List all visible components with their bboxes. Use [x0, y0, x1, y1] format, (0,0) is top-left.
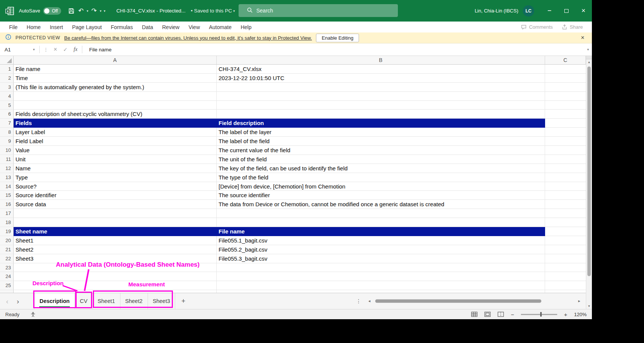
cell-B1[interactable]: CHI-374_CV.xlsx [217, 65, 545, 74]
cell-C4[interactable] [545, 92, 586, 101]
cell-C21[interactable] [545, 245, 586, 254]
cell-C17[interactable] [545, 209, 586, 218]
column-header-c[interactable]: C [545, 56, 586, 64]
save-icon[interactable] [68, 8, 74, 14]
cell-C16[interactable] [545, 200, 586, 209]
cell-A10[interactable]: Value [14, 146, 217, 155]
cell-C11[interactable] [545, 155, 586, 164]
row-header-11[interactable]: 11 [0, 155, 14, 164]
cell-A9[interactable]: Field Label [14, 137, 217, 146]
name-box[interactable]: A1 ▾ [0, 43, 38, 56]
sheet-tab-cv[interactable]: CV [75, 293, 92, 309]
cell-B9[interactable]: The label of the field [217, 137, 545, 146]
cell-C6[interactable] [545, 110, 586, 119]
row-header-20[interactable]: 20 [0, 236, 14, 245]
cell-C24[interactable] [545, 272, 586, 281]
cell-B18[interactable] [217, 218, 545, 227]
cell-C22[interactable] [545, 254, 586, 263]
horizontal-scrollbar[interactable]: ◄ ► [366, 293, 583, 309]
cell-A4[interactable] [14, 92, 217, 101]
protected-view-message[interactable]: Be careful—files from the Internet can c… [64, 35, 312, 41]
row-header-25[interactable]: 25 [0, 281, 14, 290]
zoom-out-button[interactable]: − [511, 311, 514, 318]
redo-chevron-icon[interactable]: ▾ [100, 9, 102, 13]
cell-B5[interactable] [217, 101, 545, 110]
cell-C15[interactable] [545, 191, 586, 200]
cell-C25[interactable] [545, 281, 586, 290]
cell-B17[interactable] [217, 209, 545, 218]
cell-A11[interactable]: Unit [14, 155, 217, 164]
cell-C10[interactable] [545, 146, 586, 155]
sheet-nav-left-icon[interactable]: ‹ [6, 298, 8, 305]
cell-B4[interactable] [217, 92, 545, 101]
horizontal-scroll-track[interactable] [373, 293, 576, 309]
cell-B7[interactable]: Field description [217, 119, 545, 128]
cell-A25[interactable] [14, 281, 217, 290]
excel-logo-icon[interactable]: X [5, 6, 15, 16]
cell-C14[interactable] [545, 182, 586, 191]
undo-icon[interactable]: ↶ [78, 8, 83, 14]
row-header-16[interactable]: 16 [0, 200, 14, 209]
cell-A13[interactable]: Type [14, 173, 217, 182]
horizontal-scroll-thumb[interactable] [375, 300, 541, 303]
cell-C26[interactable] [545, 290, 586, 293]
saved-chevron-icon[interactable]: ▾ [233, 9, 235, 13]
zoom-level[interactable]: 120% [574, 312, 587, 317]
row-header-26[interactable]: 26 [0, 290, 14, 293]
cell-A5[interactable] [14, 101, 217, 110]
select-all-button[interactable] [0, 56, 14, 64]
row-header-1[interactable]: 1 [0, 65, 14, 74]
formula-bar-expand-icon[interactable]: ▾ [587, 48, 589, 51]
menu-tab-insert[interactable]: Insert [45, 22, 68, 32]
cell-B23[interactable] [217, 263, 545, 272]
zoom-in-button[interactable]: + [564, 311, 567, 318]
cell-C19[interactable] [545, 227, 586, 236]
cell-A6[interactable]: Fields description of sheet:cyclic volta… [14, 110, 217, 119]
menu-tab-file[interactable]: File [5, 22, 22, 32]
formula-options-icon[interactable]: ⋮ [41, 47, 51, 53]
zoom-slider-thumb[interactable] [540, 312, 542, 317]
row-header-7[interactable]: 7 [0, 119, 14, 128]
scroll-up-icon[interactable]: ▲ [586, 59, 592, 65]
cell-B21[interactable]: File055.2_bagit.csv [217, 245, 545, 254]
cell-B19[interactable]: File name [217, 227, 545, 236]
page-layout-view-button[interactable] [484, 312, 491, 317]
quick-access-chevron-icon[interactable]: ▾ [104, 9, 106, 13]
menu-tab-formulas[interactable]: Formulas [106, 22, 137, 32]
cell-B20[interactable]: File055.1_bagit.csv [217, 236, 545, 245]
row-header-5[interactable]: 5 [0, 101, 14, 110]
cell-B11[interactable]: The unit of the field [217, 155, 545, 164]
accessibility-icon[interactable] [30, 312, 36, 317]
row-header-24[interactable]: 24 [0, 272, 14, 281]
enter-icon[interactable]: ✓ [60, 46, 71, 53]
cell-B16[interactable]: The data from Device or Chemotion, canno… [217, 200, 545, 209]
scroll-down-icon[interactable]: ▼ [586, 303, 592, 309]
cell-A14[interactable]: Source? [14, 182, 217, 191]
sheet-tab-sheet3[interactable]: Sheet3 [148, 293, 176, 309]
cell-A23[interactable] [14, 263, 217, 272]
cell-A18[interactable] [14, 218, 217, 227]
row-header-9[interactable]: 9 [0, 137, 14, 146]
cell-A12[interactable]: Name [14, 164, 217, 173]
menu-tab-automate[interactable]: Automate [205, 22, 236, 32]
cell-B22[interactable]: File055.3_bagit.csv [217, 254, 545, 263]
row-header-13[interactable]: 13 [0, 173, 14, 182]
cell-A22[interactable]: Sheet3 [14, 254, 217, 263]
cell-B24[interactable] [217, 272, 545, 281]
row-header-12[interactable]: 12 [0, 164, 14, 173]
protected-bar-close-icon[interactable]: × [581, 34, 584, 41]
scrollbar-split-handle[interactable] [586, 56, 592, 59]
cell-C9[interactable] [545, 137, 586, 146]
cell-C7[interactable] [545, 119, 586, 128]
cell-C2[interactable] [545, 74, 586, 83]
sheet-tab-sheet2[interactable]: Sheet2 [120, 293, 148, 309]
vertical-scroll-thumb[interactable] [587, 66, 591, 276]
formula-content[interactable]: File name [89, 47, 111, 53]
cell-C23[interactable] [545, 263, 586, 272]
share-button[interactable]: Share [559, 24, 586, 30]
cell-B15[interactable]: The source identifier [217, 191, 545, 200]
cell-C5[interactable] [545, 101, 586, 110]
cell-A16[interactable]: Source data [14, 200, 217, 209]
menu-tab-data[interactable]: Data [137, 22, 158, 32]
cell-A21[interactable]: Sheet2 [14, 245, 217, 254]
